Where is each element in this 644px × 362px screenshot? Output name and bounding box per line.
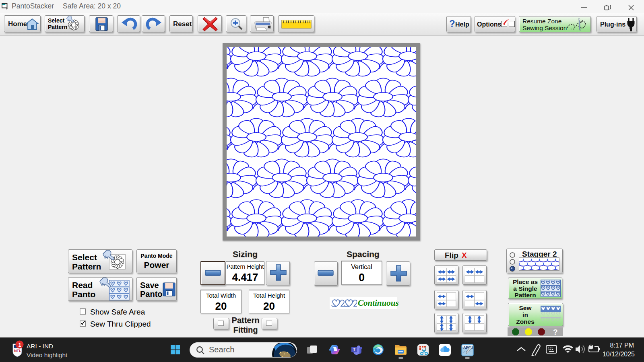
svg-text:T: T bbox=[353, 347, 356, 352]
svg-text:?: ? bbox=[553, 328, 558, 336]
svg-text:1: 1 bbox=[19, 342, 21, 348]
svg-text:NFL: NFL bbox=[14, 349, 21, 353]
